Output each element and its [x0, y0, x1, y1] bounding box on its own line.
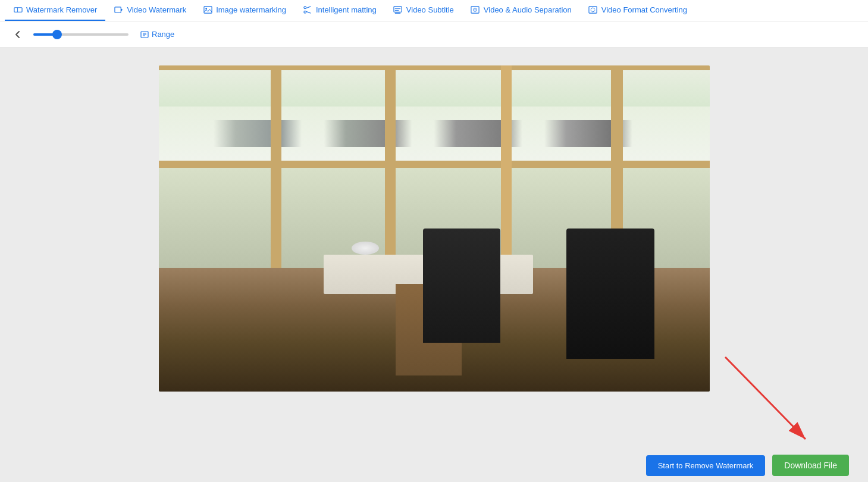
back-button[interactable]: [10, 26, 26, 43]
nav-label-image-watermarking: Image watermarking: [216, 5, 286, 14]
nav-label-video-format-converting: Video Format Converting: [601, 5, 687, 14]
nav-item-video-audio-separation[interactable]: Video & Audio Separation: [462, 0, 580, 21]
svg-line-9: [306, 11, 311, 13]
nav-item-video-watermark[interactable]: Video Watermark: [105, 0, 195, 21]
action-bar: Start to Remove Watermark Download File: [0, 449, 868, 482]
nav-label-video-watermark: Video Watermark: [127, 5, 186, 14]
svg-rect-4: [204, 7, 212, 13]
svg-point-5: [205, 8, 207, 10]
video-icon: [114, 5, 123, 15]
range-button[interactable]: Range: [136, 27, 179, 41]
nav-item-intelligent-matting[interactable]: Intelligent matting: [294, 0, 385, 21]
window-mid-frame: [159, 161, 710, 168]
subtitle-icon: [393, 5, 403, 15]
svg-point-6: [304, 7, 306, 9]
nav-label-video-subtitle: Video Subtitle: [406, 5, 454, 14]
range-label: Range: [152, 30, 174, 39]
svg-rect-0: [14, 8, 21, 12]
toolbar: Range: [0, 21, 868, 48]
svg-rect-2: [115, 7, 121, 12]
nav-label-intelligent-matting: Intelligent matting: [316, 5, 377, 14]
svg-point-7: [304, 11, 306, 13]
nav-label-watermark-remover: Watermark Remover: [26, 5, 97, 14]
window-frame-top: [159, 65, 710, 70]
convert-icon: [588, 5, 598, 15]
audio-icon: [471, 5, 480, 15]
image-icon: [203, 5, 212, 15]
video-preview: [159, 65, 710, 392]
playback-slider-container[interactable]: [33, 33, 129, 36]
download-file-button[interactable]: Download File: [772, 455, 849, 476]
bowl-on-table: [352, 242, 379, 255]
window-col-3: [501, 65, 512, 277]
chair-right: [566, 229, 654, 359]
outside-view: [159, 70, 710, 161]
nav-item-image-watermarking[interactable]: Image watermarking: [195, 0, 294, 21]
nav-item-video-format-converting[interactable]: Video Format Converting: [580, 0, 695, 21]
slider-track[interactable]: [33, 33, 129, 36]
nav-label-video-audio-separation: Video & Audio Separation: [484, 5, 572, 14]
main-content: Start to Remove Watermark Download File: [0, 48, 868, 482]
window-col-2: [385, 65, 396, 277]
slider-thumb[interactable]: [52, 30, 62, 39]
window-col-1: [271, 65, 281, 277]
red-arrow-annotation: [713, 351, 820, 449]
eraser-icon: [13, 5, 23, 15]
svg-rect-10: [394, 7, 402, 12]
remove-watermark-button[interactable]: Start to Remove Watermark: [646, 455, 766, 476]
svg-line-8: [306, 7, 311, 8]
chair-left: [423, 229, 500, 343]
nav-bar: Watermark Remover Video Watermark Image …: [0, 0, 868, 21]
svg-marker-3: [121, 8, 123, 12]
nav-item-video-subtitle[interactable]: Video Subtitle: [385, 0, 462, 21]
svg-line-23: [725, 357, 806, 439]
scissors-icon: [303, 5, 312, 15]
cafe-scene-bg: [159, 65, 710, 392]
svg-point-16: [475, 10, 476, 11]
nav-item-watermark-remover[interactable]: Watermark Remover: [5, 0, 105, 21]
